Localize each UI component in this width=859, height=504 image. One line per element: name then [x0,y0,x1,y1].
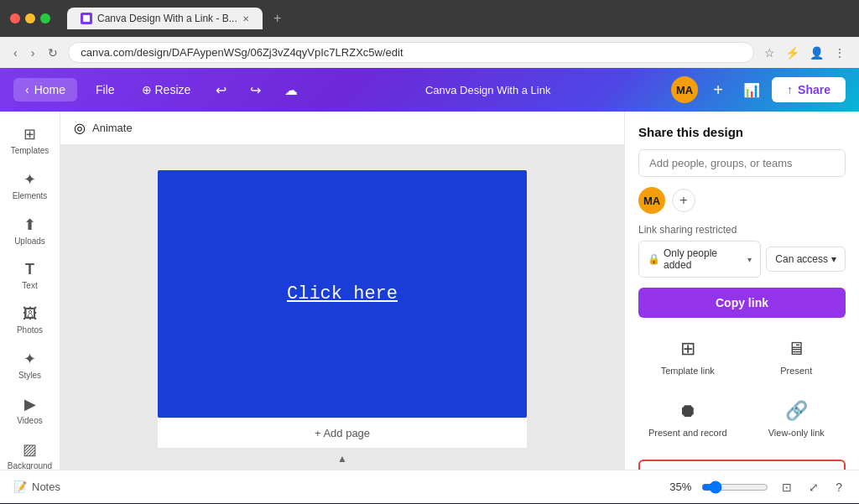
help-button[interactable]: ? [832,477,846,497]
refresh-button[interactable]: ↻ [44,43,61,63]
lock-icon: 🔒 [648,253,660,265]
access-chevron-icon: ▾ [831,253,836,265]
animate-bar: ◎ Animate [60,112,624,145]
notes-label: Notes [32,481,60,493]
people-input[interactable] [638,149,846,177]
tab-favicon [81,13,92,24]
notes-button[interactable]: 📝 Notes [13,481,60,493]
avatar: MA [671,76,698,103]
browser-titlebar: Canva Design With a Link - B... ✕ + [0,0,859,37]
sidebar-label-photos: Photos [17,325,43,335]
forward-button[interactable]: › [28,43,39,63]
browser-chrome: Canva Design With a Link - B... ✕ + ‹ › … [0,0,859,68]
sidebar-item-elements[interactable]: ✦ Elements [3,164,57,207]
menu-button[interactable]: ⋮ [830,43,849,63]
minimize-button[interactable] [25,13,35,23]
sidebar-item-styles[interactable]: ✦ Styles [3,343,57,387]
videos-icon: ▶ [24,395,36,413]
sidebar-label-videos: Videos [17,416,42,425]
present-record-label: Present and record [648,427,727,439]
active-tab[interactable]: Canva Design With a Link - B... ✕ [67,8,263,29]
fullscreen-button[interactable]: ⤢ [805,477,822,497]
toolbar-right: MA + 📊 ↑ Share [671,76,846,103]
zoom-label: 35% [669,481,691,493]
photos-icon: 🖼 [23,305,38,323]
canvas-click-text[interactable]: Click here [287,283,398,304]
styles-icon: ✦ [23,350,36,368]
present-record-icon: ⏺ [679,400,697,422]
copy-link-button[interactable]: Copy link [638,288,846,318]
sidebar-label-text: Text [22,281,37,290]
bookmark-button[interactable]: ☆ [761,43,778,63]
present-label: Present [780,365,812,377]
sidebar-item-uploads[interactable]: ⬆ Uploads [3,209,57,252]
people-dropdown[interactable]: 🔒 Only people added ▾ [638,241,761,278]
sidebar-label-background: Background [8,461,52,470]
close-button[interactable] [10,13,20,23]
cloud-save-icon[interactable]: ☁ [278,77,305,103]
resize-button[interactable]: ⊕ Resize [133,78,200,101]
dropdown-chevron-icon: ▾ [747,255,752,264]
profile-button[interactable]: 👤 [806,43,827,63]
tab-bar: Canva Design With a Link - B... ✕ + [67,7,289,30]
sidebar-item-templates[interactable]: ⊞ Templates [3,118,57,162]
access-dropdown[interactable]: Can access ▾ [766,247,846,272]
uploads-icon: ⬆ [23,216,36,234]
collapse-bar[interactable]: ▲ [158,448,527,470]
address-bar-row: ‹ › ↻ ☆ ⚡ 👤 ⋮ [0,37,859,68]
maximize-button[interactable] [40,13,50,23]
user-avatar: MA [638,187,665,214]
sidebar-label-uploads: Uploads [14,236,45,246]
sidebar-item-photos[interactable]: 🖼 Photos [3,299,57,341]
sidebar-item-background[interactable]: ▨ Background [3,434,57,470]
sidebar-label-elements: Elements [13,191,48,200]
zoom-slider[interactable] [701,481,768,494]
animate-icon: ◎ [74,120,86,136]
access-label: Can access [775,253,828,265]
design-canvas: Click here [158,170,527,418]
view-only-option[interactable]: 🔗 View-only link [747,393,846,445]
redo-button[interactable]: ↪ [243,77,268,103]
address-input[interactable] [68,42,754,63]
download-row[interactable]: ⬇ Download › [638,460,846,470]
template-link-icon: ⊞ [680,338,695,360]
add-page-bar[interactable]: + Add page [158,418,527,448]
tab-title: Canva Design With a Link - B... [97,13,237,24]
canvas-wrapper: Click here + Add page ▲ [158,170,527,470]
templates-icon: ⊞ [23,125,36,143]
extensions-button[interactable]: ⚡ [782,43,803,63]
analytics-button[interactable]: 📊 [738,77,765,103]
share-label: Share [798,83,830,96]
present-record-option[interactable]: ⏺ Present and record [638,393,737,445]
view-only-icon: 🔗 [785,400,808,422]
home-chevron-icon: ‹ [25,83,29,96]
present-icon: 🖥 [787,338,805,360]
sidebar: ⊞ Templates ✦ Elements ⬆ Uploads T Text … [0,112,60,470]
sidebar-item-text[interactable]: T Text [3,254,57,297]
undo-button[interactable]: ↩ [209,77,233,103]
elements-icon: ✦ [23,170,36,189]
only-people-label: Only people added [664,247,744,271]
link-sharing-label: Link sharing restricted [638,224,846,236]
back-button[interactable]: ‹ [10,43,21,63]
sidebar-item-videos[interactable]: ▶ Videos [3,388,57,432]
bottom-bar: 📝 Notes 35% ⊡ ⤢ ? [0,470,859,503]
new-tab-button[interactable]: + [266,7,289,30]
app: ‹ Home File ⊕ Resize ↩ ↪ ☁ Canva Design … [0,68,859,503]
add-person-button[interactable]: + [672,189,695,212]
notes-icon: 📝 [13,481,27,493]
sidebar-label-templates: Templates [11,146,49,155]
share-button[interactable]: ↑ Share [772,77,846,102]
file-menu-button[interactable]: File [87,78,123,101]
fit-page-button[interactable]: ⊡ [778,477,795,497]
template-link-option[interactable]: ⊞ Template link [638,331,737,383]
home-label: Home [34,83,65,96]
link-section: Link sharing restricted 🔒 Only people ad… [638,224,846,278]
present-option[interactable]: 🖥 Present [747,331,846,383]
toolbar-title: Canva Design With a Link [315,84,661,96]
add-collaborator-button[interactable]: + [705,76,731,103]
tab-close-icon[interactable]: ✕ [242,14,249,23]
home-button[interactable]: ‹ Home [13,78,77,101]
share-icon: ↑ [787,83,793,96]
view-only-label: View-only link [768,427,825,439]
